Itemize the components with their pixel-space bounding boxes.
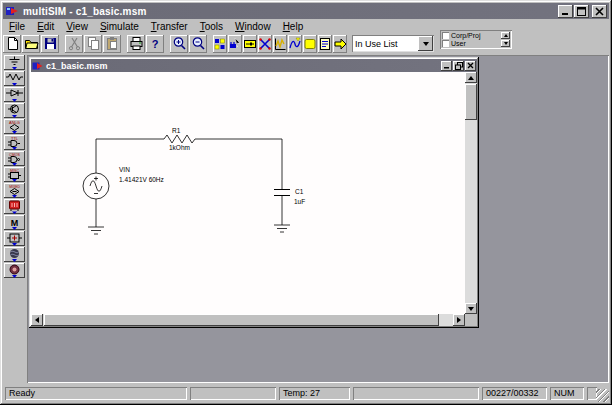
menu-simulate[interactable]: Simulate <box>94 20 145 33</box>
transfer-button[interactable] <box>333 35 347 53</box>
user-label: User <box>451 40 501 48</box>
save-button[interactable] <box>41 35 59 53</box>
menu-view[interactable]: View <box>60 20 94 33</box>
close-button[interactable] <box>592 5 607 18</box>
scroll-up-button[interactable] <box>465 72 477 83</box>
doc-minimize-button[interactable] <box>441 61 452 71</box>
scroll-left-button[interactable] <box>31 314 43 326</box>
chevron-down-icon <box>423 42 429 46</box>
grapher-button[interactable] <box>273 35 287 53</box>
postprocessor-button[interactable] <box>288 35 302 53</box>
vscroll-thumb[interactable] <box>465 84 477 120</box>
component-group-diodes[interactable] <box>4 87 25 102</box>
scroll-down-button[interactable] <box>465 303 477 314</box>
ground-left[interactable] <box>88 227 104 234</box>
dropdown-arrow-button[interactable] <box>418 36 433 51</box>
analysis-button[interactable] <box>258 35 272 53</box>
doc-restore-button[interactable] <box>453 61 464 71</box>
scroll-right-button[interactable] <box>453 314 465 326</box>
capacitor-ref-label[interactable]: C1 <box>295 188 304 195</box>
status-bar: Ready Temp: 27 00227/00332 NUM <box>3 385 609 402</box>
ttl-icon: TTL <box>5 136 24 150</box>
instruments-button[interactable] <box>243 35 257 53</box>
spinner-down-icon <box>504 42 508 45</box>
app-icon <box>5 5 19 17</box>
print-button[interactable] <box>127 35 145 53</box>
component-group-sources[interactable] <box>4 55 25 70</box>
circuit-drawing: R1 1kOhm VIN 1.41421V 60Hz <box>31 72 465 314</box>
corp-proj-label: Corp/Proj <box>451 32 501 40</box>
in-use-list-value: In Use List <box>352 39 417 49</box>
user-spinner[interactable] <box>501 40 510 47</box>
window-title: multiSIM - c1_basic.msm <box>23 6 558 17</box>
component-group-ttl[interactable]: TTL <box>4 135 25 150</box>
component-group-rf[interactable] <box>4 247 25 262</box>
rf-icon <box>5 248 24 262</box>
menu-tools[interactable]: Tools <box>194 20 229 33</box>
component-group-controls[interactable] <box>4 231 25 246</box>
menu-edit[interactable]: Edit <box>31 20 60 33</box>
component-toolbar-button[interactable] <box>213 35 227 53</box>
close-icon <box>467 62 474 69</box>
new-button[interactable] <box>3 35 21 53</box>
analog-icon: ANLG <box>5 120 24 134</box>
zoom-out-button[interactable] <box>189 35 207 53</box>
resistor-value-label[interactable]: 1kOhm <box>169 144 190 151</box>
schematic-canvas[interactable]: R1 1kOhm VIN 1.41421V 60Hz <box>31 72 465 314</box>
reports-button[interactable] <box>318 35 332 53</box>
help-button[interactable]: ? <box>146 35 164 53</box>
menu-transfer[interactable]: Transfer <box>145 20 194 33</box>
capacitor-c1[interactable]: C1 1uF <box>274 139 305 225</box>
corp-proj-spinner[interactable] <box>501 32 510 39</box>
zoom-in-icon <box>172 36 187 51</box>
print-icon <box>129 36 144 51</box>
in-use-list-dropdown[interactable]: In Use List <box>352 35 434 52</box>
doc-close-button[interactable] <box>465 61 476 71</box>
open-button[interactable] <box>22 35 40 53</box>
capacitor-value-label[interactable]: 1uF <box>294 198 305 205</box>
component-group-misc-digital[interactable]: MISC <box>4 167 25 182</box>
component-group-electromechanical[interactable] <box>4 263 25 278</box>
misc-icon: M <box>5 216 24 230</box>
component-group-basic[interactable] <box>4 71 25 86</box>
database-panel: Corp/Proj User <box>440 30 512 49</box>
title-bar: multiSIM - c1_basic.msm <box>3 3 609 19</box>
ground-right[interactable] <box>274 225 290 232</box>
svg-text:M: M <box>11 217 19 227</box>
maximize-button[interactable] <box>574 5 589 18</box>
component-group-mixed[interactable]: MIXED <box>4 183 25 198</box>
vhdl-button[interactable] <box>303 35 317 53</box>
indicators-icon <box>5 200 24 214</box>
component-group-indicators[interactable] <box>4 199 25 214</box>
component-group-transistors[interactable] <box>4 103 25 118</box>
cut-button[interactable] <box>65 35 83 53</box>
source-value-label[interactable]: 1.41421V 60Hz <box>119 176 164 183</box>
user-checkbox[interactable] <box>442 40 449 47</box>
virtual-component-button[interactable] <box>228 35 242 53</box>
menu-window[interactable]: Window <box>229 20 277 33</box>
hscroll-thumb[interactable] <box>44 314 439 326</box>
vertical-scrollbar[interactable] <box>465 72 477 314</box>
component-group-analog[interactable]: ANLG <box>4 119 25 134</box>
source-vin[interactable]: VIN 1.41421V 60Hz <box>83 139 164 227</box>
minimize-button[interactable] <box>558 5 573 18</box>
resistor-r1[interactable]: R1 1kOhm <box>164 127 195 151</box>
component-group-cmos[interactable]: CMOS <box>4 151 25 166</box>
reports-icon <box>319 37 331 51</box>
menu-file[interactable]: File <box>3 20 31 33</box>
zoom-in-button[interactable] <box>170 35 188 53</box>
resistor-ref-label[interactable]: R1 <box>172 127 181 134</box>
status-ready: Ready <box>5 387 187 400</box>
resize-grip[interactable] <box>596 389 609 402</box>
status-empty-2 <box>353 387 479 400</box>
horizontal-scrollbar[interactable] <box>31 314 465 326</box>
paste-button[interactable] <box>103 35 121 53</box>
component-group-misc[interactable]: M <box>4 215 25 230</box>
menu-help[interactable]: Help <box>277 20 310 33</box>
status-temperature: Temp: 27 <box>279 387 350 400</box>
copy-button[interactable] <box>84 35 102 53</box>
source-ref-label[interactable]: VIN <box>119 166 130 173</box>
menu-bar: File Edit View Simulate Transfer Tools W… <box>3 20 609 33</box>
corp-proj-checkbox[interactable] <box>442 32 449 39</box>
restore-icon <box>455 62 463 70</box>
